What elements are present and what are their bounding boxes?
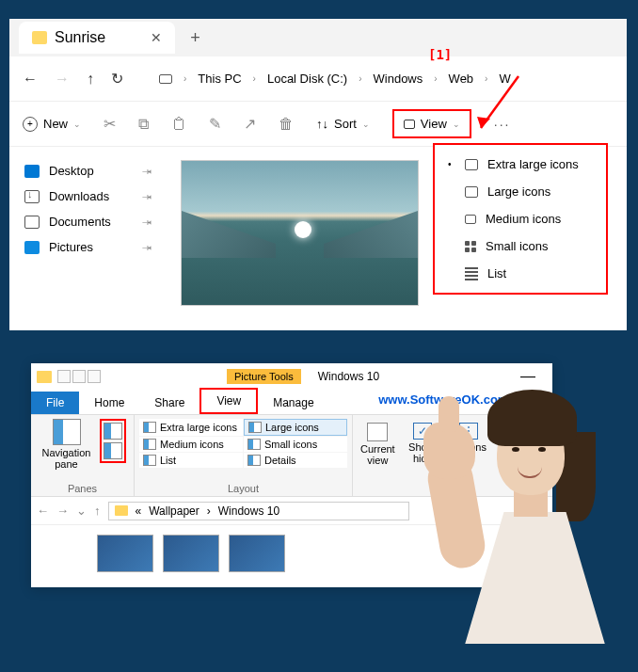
qat-dropdown[interactable] (88, 370, 101, 383)
manage-tab[interactable]: Manage (258, 392, 328, 414)
navigation-row: ← → ↑ ↻ › This PC › Local Disk (C:) › Wi… (9, 56, 627, 102)
back-button[interactable]: ← (37, 504, 49, 518)
active-tab[interactable]: Sunrise ✕ (19, 22, 175, 54)
view-label: View (421, 117, 447, 131)
chevron-down-icon: ⌄ (453, 120, 460, 129)
bc-segment[interactable]: Windows (374, 72, 423, 86)
image-thumbnail[interactable] (163, 535, 219, 572)
more-button[interactable]: ··· (494, 117, 511, 132)
layout-icon (248, 422, 262, 433)
chevron-right-icon: › (253, 73, 256, 84)
bullet-icon: • (448, 159, 455, 169)
delete-icon[interactable]: 🗑︎ (279, 116, 294, 133)
pin-icon: 📌︎ (139, 188, 154, 203)
view-option-large[interactable]: Large icons (435, 178, 606, 205)
close-tab-icon[interactable]: ✕ (151, 30, 162, 45)
folder-icon (32, 31, 47, 44)
cut-icon[interactable]: ✂ (104, 115, 116, 133)
sort-button[interactable]: ↑↓ Sort ⌄ (316, 117, 370, 131)
view-option-small[interactable]: Small icons (435, 232, 606, 260)
current-view-button[interactable]: Current view (360, 423, 395, 466)
bc-segment[interactable]: Web (449, 72, 474, 86)
qat-button[interactable] (72, 370, 86, 383)
layout-icon (143, 422, 156, 433)
rename-icon[interactable]: ✎ (209, 115, 221, 133)
image-thumbnail[interactable] (97, 535, 153, 572)
downloads-icon (24, 190, 40, 203)
share-icon[interactable]: ↗ (244, 115, 256, 133)
layout-extra-large[interactable]: Extra large icons (139, 419, 243, 436)
new-tab-button[interactable]: + (190, 28, 200, 48)
navpane-label: Navigation pane (39, 447, 94, 470)
sidebar-item-pictures[interactable]: Pictures 📌︎ (19, 234, 158, 260)
addr-segment[interactable]: Windows 10 (218, 504, 279, 518)
quick-access-toolbar (57, 370, 101, 383)
up-button[interactable]: ↑ (94, 504, 101, 518)
share-tab[interactable]: Share (139, 392, 199, 414)
addr-segment[interactable]: Wallpaper (149, 504, 199, 518)
preview-pane-button[interactable] (104, 423, 122, 440)
layout-details[interactable]: Details (244, 453, 347, 468)
recent-dropdown[interactable]: ⌄ (76, 504, 87, 518)
refresh-button[interactable]: ↻ (111, 70, 123, 88)
home-tab[interactable]: Home (79, 392, 139, 414)
bc-segment[interactable]: Local Disk (C:) (267, 72, 347, 86)
view-option-label: Large icons (487, 184, 550, 199)
navpane-icon (53, 419, 81, 445)
extra-large-icon (465, 159, 478, 170)
desktop-icon (24, 165, 40, 178)
layout-icon (247, 455, 261, 466)
sort-label: Sort (334, 117, 357, 131)
new-button[interactable]: + New ⌄ (23, 117, 81, 132)
view-option-medium[interactable]: Medium icons (435, 205, 606, 232)
bc-segment[interactable]: This PC (198, 72, 241, 86)
layout-small[interactable]: Small icons (244, 437, 347, 452)
forward-button[interactable]: → (55, 71, 70, 88)
addr-segment: « (136, 504, 142, 518)
plus-icon: + (23, 117, 38, 132)
view-option-label: List (487, 266, 506, 280)
sidebar-item-downloads[interactable]: Downloads 📌︎ (19, 184, 158, 209)
breadcrumb[interactable]: › This PC › Local Disk (C:) › Windows › … (159, 72, 511, 86)
address-bar[interactable]: « Wallpaper › Windows 10 (108, 502, 409, 520)
back-button[interactable]: ← (23, 71, 38, 88)
view-button[interactable]: View ⌄ (392, 109, 471, 138)
chevron-right-icon: › (183, 73, 186, 84)
qat-button[interactable] (57, 370, 71, 383)
person-overlay-image (401, 371, 627, 644)
view-icon (404, 120, 415, 129)
annotation-marker: [1] (428, 47, 452, 62)
view-option-label: Small icons (486, 239, 548, 253)
view-option-label: Extra large icons (487, 157, 579, 171)
forward-button[interactable]: → (56, 504, 69, 518)
sidebar-item-desktop[interactable]: Desktop 📌︎ (19, 158, 158, 184)
file-tab[interactable]: File (31, 392, 79, 414)
pin-icon: 📌︎ (139, 239, 154, 254)
view-dropdown-menu: • Extra large icons Large icons Medium i… (433, 143, 608, 295)
image-thumbnail[interactable] (229, 535, 285, 572)
sidebar-label: Documents (49, 215, 111, 229)
pin-icon: 📌︎ (139, 214, 154, 229)
folder-icon (37, 371, 52, 383)
chevron-right-icon: › (207, 504, 211, 518)
toolbar: + New ⌄ ✂ ⧉ 📋︎ ✎ ↗ 🗑︎ ↑↓ Sort ⌄ View ⌄ ·… (9, 102, 627, 147)
new-label: New (43, 117, 68, 131)
sidebar-item-documents[interactable]: Documents 📌︎ (19, 209, 158, 234)
sidebar-label: Desktop (49, 164, 94, 178)
view-option-extra-large[interactable]: • Extra large icons (435, 151, 606, 178)
view-tab[interactable]: View (199, 388, 258, 414)
image-thumbnail[interactable] (181, 160, 419, 306)
file-area[interactable]: • Extra large icons Large icons Medium i… (167, 147, 627, 330)
view-option-list[interactable]: List (435, 260, 606, 287)
navigation-pane-button[interactable]: Navigation pane (39, 419, 94, 470)
layout-large[interactable]: Large icons (244, 419, 347, 436)
layout-list[interactable]: List (139, 453, 243, 468)
layout-medium[interactable]: Medium icons (139, 437, 243, 452)
up-button[interactable]: ↑ (87, 71, 94, 88)
copy-icon[interactable]: ⧉ (138, 116, 149, 133)
pane-buttons-highlighted (100, 419, 126, 463)
bc-segment[interactable]: W (499, 72, 510, 86)
details-pane-button[interactable] (104, 442, 122, 459)
paste-icon[interactable]: 📋︎ (171, 116, 186, 133)
chevron-right-icon: › (485, 73, 487, 84)
